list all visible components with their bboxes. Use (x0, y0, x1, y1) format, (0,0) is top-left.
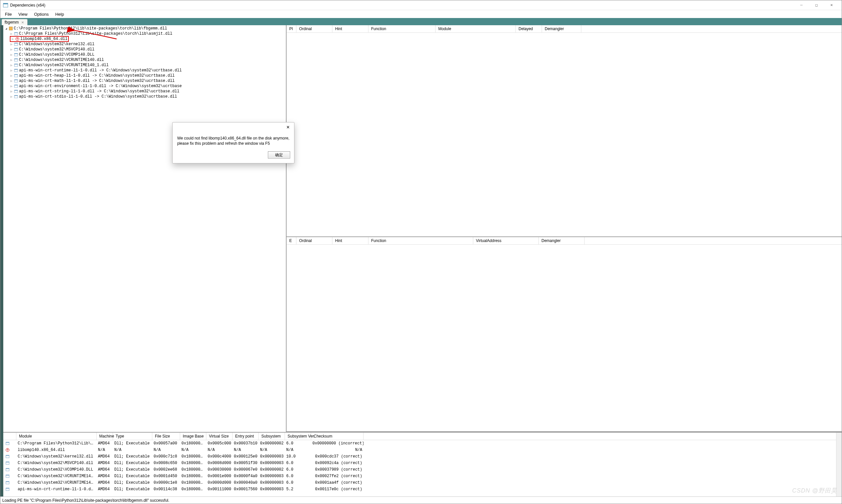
col-header[interactable]: Entry point (233, 433, 259, 440)
error-dialog: ✕ We could not find libomp140.x86_64.dll… (172, 122, 294, 163)
modules-grid[interactable]: ModuleMachineTypeFile SizeImage BaseVirt… (3, 432, 842, 497)
tree-item[interactable]: ▷C:\Windows\system32\VCRUNTIME140_1.dll (4, 62, 285, 68)
minimize-button[interactable]: ─ (794, 0, 809, 10)
dll-icon (14, 58, 18, 62)
tree-item[interactable]: ▷C:\Windows\system32\MSVCP140.dll (4, 47, 285, 52)
svg-rect-38 (6, 468, 9, 469)
tree-item[interactable]: ▷api-ms-win-crt-environment-l1-1-0.dll -… (4, 84, 285, 89)
module-row[interactable]: C:\Windows\system32\kernel32.dllAMD64Dll… (3, 453, 836, 460)
col-header[interactable]: Machine (96, 433, 113, 440)
module-row[interactable]: C:\Windows\system32\MSVCP140.dllAMD64Dll… (3, 460, 836, 466)
missing-icon: ? (5, 448, 10, 452)
dll-icon (5, 454, 10, 458)
dll-icon (14, 84, 18, 88)
exports-grid[interactable]: EOrdinalHintFunctionVirtualAddressDemang… (287, 237, 842, 432)
col-header[interactable]: File Size (152, 433, 180, 440)
module-root-icon (8, 26, 13, 31)
module-row[interactable]: ?libomp140.x86_64.dllN/AN/AN/AN/AN/AN/AN… (3, 447, 836, 453)
svg-rect-8 (14, 43, 18, 43)
svg-rect-12 (14, 53, 18, 54)
left-rail (0, 25, 3, 497)
imports-grid[interactable]: PIOrdinalHintFunctionModuleDelayedDemang… (287, 25, 842, 237)
close-button[interactable]: ✕ (824, 0, 839, 10)
tree-item[interactable]: ▷?libomp140.x86_64.dll (4, 36, 285, 41)
dll-icon (14, 32, 18, 36)
col-header[interactable]: Virtual Size (206, 433, 233, 440)
dll-icon (5, 468, 10, 472)
dll-icon (14, 53, 18, 57)
module-row[interactable]: C:\Windows\system32\VCOMP140.DLLAMD64Dll… (3, 466, 836, 473)
status-text: Loading PE file "C:\Program Files\Python… (2, 498, 169, 503)
tab-close-icon[interactable]: ✕ (21, 20, 24, 24)
dependency-tree[interactable]: ◢C:\Program Files\Python312\Lib\site-pac… (3, 25, 287, 432)
tree-item[interactable]: ▷api-ms-win-crt-math-l1-1-0.dll -> C:\Wi… (4, 78, 285, 84)
col-header[interactable]: Type (113, 433, 152, 440)
col-header[interactable]: Subsystem Ver. (285, 433, 311, 440)
menu-view[interactable]: View (15, 11, 31, 18)
module-row[interactable]: api-ms-win-crt-runtime-l1-1-0.dll -> C:\… (3, 486, 836, 492)
col-header[interactable]: Image Base (180, 433, 206, 440)
dll-icon (14, 69, 18, 72)
svg-rect-14 (14, 59, 18, 59)
svg-rect-36 (6, 462, 9, 463)
col-header[interactable]: Hint (333, 25, 369, 32)
dll-icon (5, 474, 10, 478)
tree-item[interactable]: ▷C:\Program Files\Python312\Lib\site-pac… (4, 31, 285, 36)
tree-root[interactable]: ◢C:\Program Files\Python312\Lib\site-pac… (4, 26, 285, 31)
svg-rect-1 (3, 3, 8, 4)
tree-item[interactable]: ▷api-ms-win-crt-runtime-l1-1-0.dll -> C:… (4, 68, 285, 73)
window-title: Dependencies (x64) (10, 3, 45, 7)
tree-item[interactable]: ▷api-ms-win-crt-string-l1-1-0.dll -> C:\… (4, 89, 285, 94)
svg-rect-18 (14, 69, 18, 70)
scrollbar[interactable] (836, 433, 842, 497)
window-controls: ─ ◻ ✕ (794, 0, 839, 10)
col-header[interactable]: Function (369, 237, 473, 244)
module-row[interactable]: C:\Windows\system32\VCRUNTIME140_1.dllAM… (3, 480, 836, 486)
col-header[interactable]: Demangler (539, 237, 585, 244)
col-header[interactable]: Ordinal (297, 25, 333, 32)
svg-rect-4 (14, 32, 18, 33)
menu-help[interactable]: Help (52, 11, 68, 18)
col-header[interactable]: Demangler (542, 25, 581, 32)
dll-icon (5, 442, 10, 445)
tab-fbgemm[interactable]: fbgemm ✕ (2, 19, 28, 25)
col-header[interactable]: PI (287, 25, 297, 32)
tree-item[interactable]: ▷api-ms-win-crt-stdio-l1-1-0.dll -> C:\W… (4, 94, 285, 99)
tree-item[interactable]: ▷C:\Windows\system32\kernel32.dll (4, 41, 285, 47)
col-header[interactable]: Checksum (311, 433, 363, 440)
svg-rect-2 (9, 27, 13, 30)
col-header[interactable]: Module (435, 25, 516, 32)
col-header[interactable] (3, 433, 16, 440)
svg-rect-22 (14, 79, 18, 80)
tree-item[interactable]: ▷C:\Windows\system32\VCOMP140.DLL (4, 52, 285, 57)
col-header[interactable]: Function (369, 25, 435, 32)
col-header[interactable]: Hint (333, 237, 369, 244)
dll-icon (5, 461, 10, 465)
menu-options[interactable]: Options (31, 11, 52, 18)
dll-icon (14, 42, 18, 46)
col-header[interactable]: Module (16, 433, 96, 440)
svg-rect-20 (14, 74, 18, 75)
dialog-ok-button[interactable]: 确定 (268, 151, 290, 159)
dll-icon (5, 481, 10, 485)
dll-icon (14, 79, 18, 83)
col-header[interactable]: VirtualAddress (473, 237, 539, 244)
tab-label: fbgemm (4, 20, 19, 24)
col-header[interactable]: Ordinal (297, 237, 333, 244)
menu-file[interactable]: File (2, 11, 15, 18)
tabstrip: fbgemm ✕ (0, 18, 842, 25)
module-row[interactable]: C:\Windows\system32\VCRUNTIME140.dllAMD6… (3, 473, 836, 480)
dialog-close-button[interactable]: ✕ (283, 123, 293, 131)
dll-icon (14, 48, 18, 51)
col-header[interactable]: E (287, 237, 297, 244)
svg-rect-26 (14, 90, 18, 91)
tree-item[interactable]: ▷C:\Windows\system32\VCRUNTIME140.dll (4, 57, 285, 62)
tree-item[interactable]: ▷api-ms-win-crt-heap-l1-1-0.dll -> C:\Wi… (4, 73, 285, 78)
dll-icon (14, 89, 18, 93)
menubar: File View Options Help (0, 10, 842, 18)
col-header[interactable]: Subsystem (259, 433, 285, 440)
maximize-button[interactable]: ◻ (809, 0, 824, 10)
svg-rect-28 (14, 95, 18, 96)
module-row[interactable]: C:\Program Files\Python312\Lib\site-pack… (3, 440, 836, 447)
col-header[interactable]: Delayed (516, 25, 542, 32)
